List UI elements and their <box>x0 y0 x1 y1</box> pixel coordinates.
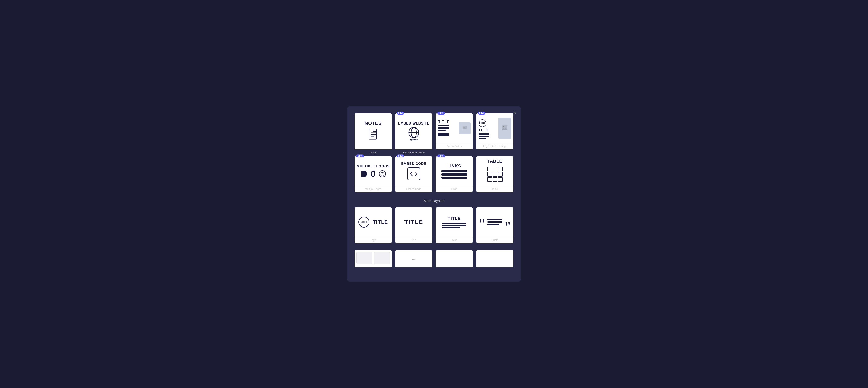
logo-text-image-label: Logo + Text + Image <box>476 143 514 149</box>
quote-lines <box>487 219 503 225</box>
text-preview-title: TITLE <box>448 216 461 221</box>
layout-card-logo[interactable]: LOGO TITLE Logo <box>354 207 392 243</box>
layout-card-multiple-logos[interactable]: NEW MULTIPLE LOGOS <box>354 156 392 192</box>
embed-code-label: Embed Code <box>395 186 432 192</box>
modal-backdrop[interactable]: × NOTES Notes <box>0 0 868 388</box>
layout-card-title[interactable]: TITLE Title <box>395 207 432 243</box>
embed-website-preview-title: EMBED WEBSITE <box>398 122 429 125</box>
table-title: TABLE <box>487 159 502 163</box>
logo-preview-title: TITLE <box>373 219 388 225</box>
www-label: WWW <box>410 138 418 141</box>
layout-card-quote[interactable]: " " Quote <box>476 207 514 243</box>
logo-preview-circle: LOGO <box>359 216 369 228</box>
action-text-lines <box>438 125 449 131</box>
new-badge-links: NEW <box>437 154 445 157</box>
top-layout-grid: NOTES Notes NEW <box>354 113 514 149</box>
notes-preview-title: NOTES <box>365 120 382 126</box>
logo-label: Logo <box>354 237 392 243</box>
layout-card-logo-text-image[interactable]: NEW LOGO TITLE <box>476 113 514 149</box>
svg-rect-0 <box>369 129 377 139</box>
links-lines <box>441 170 467 179</box>
layout-card-partial-2[interactable]: ... <box>395 250 432 267</box>
layout-card-embed-code[interactable]: NEW EMBED CODE Embed Code <box>395 156 432 192</box>
svg-point-10 <box>463 127 464 128</box>
new-badge-logo-text-image: NEW <box>478 112 485 115</box>
logo-deck-icon <box>361 170 367 178</box>
layout-card-table[interactable]: TABLE Table <box>476 156 514 192</box>
layout-card-partial-1[interactable] <box>354 250 392 267</box>
layout-card-notes[interactable]: NOTES Notes <box>354 113 392 149</box>
logotextimg-lines <box>478 133 489 139</box>
embedcode-title: EMBED CODE <box>401 162 426 166</box>
layout-card-embed-website[interactable]: NEW EMBED WEBSITE WWW Embed Website Url <box>395 113 432 149</box>
more-layouts-title: More Layouts <box>354 199 514 203</box>
action-button-shape <box>438 133 448 137</box>
action-button-label: Action Button <box>436 143 473 149</box>
multiple-logos-label: Multiple Logos <box>354 186 392 192</box>
code-icon <box>407 168 420 180</box>
table-label: Table <box>476 186 514 192</box>
links-title: LINKS <box>447 163 461 169</box>
links-label: Links <box>436 186 473 192</box>
logotextimg-title: TITLE <box>478 128 497 132</box>
layout-picker-modal: × NOTES Notes <box>347 107 521 281</box>
text-label: Text <box>436 237 473 243</box>
logo-icons-row <box>361 170 386 178</box>
layout-card-action-button[interactable]: NEW TITLE <box>436 113 473 149</box>
new-badge-embed-code: NEW <box>397 154 404 157</box>
table-grid <box>486 165 504 184</box>
action-title-text: TITLE <box>438 120 457 124</box>
multilogo-title: MULTIPLE LOGOS <box>357 165 390 168</box>
svg-point-12 <box>503 126 504 127</box>
layout-card-partial-4[interactable] <box>476 250 514 267</box>
more-layout-grid: LOGO TITLE Logo TITLE Title TITLE <box>354 207 514 243</box>
quote-label: Quote <box>476 237 514 243</box>
bottom-partial-grid: ... <box>354 250 514 267</box>
new-badge-multiple-logos: NEW <box>356 154 364 157</box>
new-badge-action-button: NEW <box>437 112 445 115</box>
layout-card-text[interactable]: TITLE Text <box>436 207 473 243</box>
logo-spotify-icon <box>379 170 386 177</box>
title-preview-text: TITLE <box>404 219 423 226</box>
title-label: Title <box>395 237 432 243</box>
logotextimg-image <box>498 118 511 139</box>
notes-icon <box>368 128 378 142</box>
action-image-placeholder <box>459 122 470 134</box>
quote-mark-open: " <box>479 215 485 229</box>
layout-card-links[interactable]: NEW LINKS Links <box>436 156 473 192</box>
layout-card-partial-3[interactable] <box>436 250 473 267</box>
logo-circle-preview: LOGO <box>478 119 486 127</box>
quote-mark-close: " <box>504 222 510 234</box>
text-preview-lines <box>442 223 466 228</box>
new-badge-embed-website: NEW <box>397 112 404 115</box>
www-icon <box>407 127 421 138</box>
second-layout-grid: NEW MULTIPLE LOGOS <box>354 156 514 192</box>
logo-apple-icon <box>370 170 376 178</box>
